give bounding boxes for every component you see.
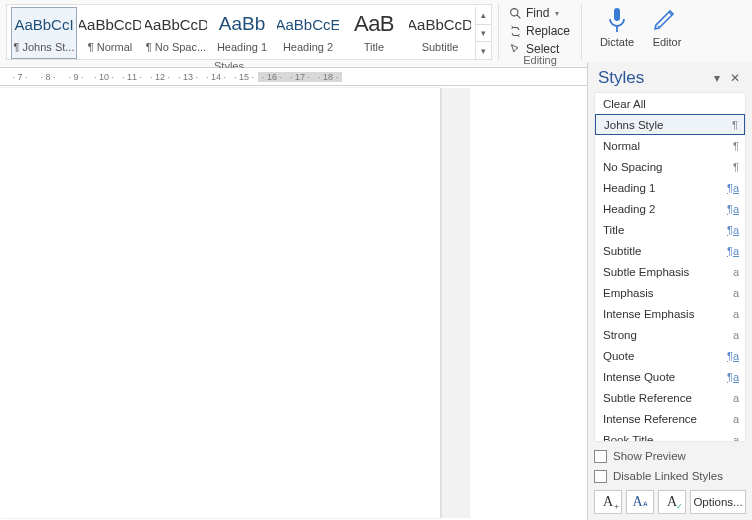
separator — [581, 4, 582, 60]
style-list-item[interactable]: Stronga — [595, 324, 745, 345]
voice-editor-area: Dictate Editor — [592, 2, 692, 48]
editor-button[interactable]: Editor — [642, 2, 692, 48]
styles-list: Clear AllJohns Style¶Normal¶No Spacing¶H… — [594, 92, 746, 442]
style-list-item[interactable]: Heading 1¶a — [595, 177, 745, 198]
style-list-item[interactable]: Emphasisa — [595, 282, 745, 303]
style-preview: AaB — [343, 10, 405, 38]
style-list-item[interactable]: Subtle Referencea — [595, 387, 745, 408]
gallery-scroll: ▴▾▾ — [475, 7, 491, 59]
style-list-item[interactable]: No Spacing¶ — [595, 156, 745, 177]
style-item-mark: ¶a — [723, 224, 739, 236]
gallery-expand-button[interactable]: ▾ — [476, 42, 491, 59]
style-list-item[interactable]: Intense Quote¶a — [595, 366, 745, 387]
pane-title: Styles — [598, 68, 708, 88]
ruler-tick: · 8 · — [34, 72, 62, 82]
style-item-name: No Spacing — [603, 161, 723, 173]
style-list-item[interactable]: Subtitle¶a — [595, 240, 745, 261]
style-item-name: Normal — [603, 140, 723, 152]
style-item-mark: ¶a — [723, 350, 739, 362]
close-icon[interactable]: ✕ — [726, 71, 744, 85]
ruler-tick: · 13 · — [174, 72, 202, 82]
style-list-item[interactable]: Johns Style¶ — [595, 114, 745, 135]
style-gallery-item[interactable]: AaBbHeading 1 — [209, 7, 275, 59]
svg-line-1 — [517, 15, 520, 18]
style-gallery-item[interactable]: AaBbCcD¶ Normal — [77, 7, 143, 59]
style-name: Subtitle — [409, 38, 471, 56]
style-list-item[interactable]: Intense Emphasisa — [595, 303, 745, 324]
scroll-up-button[interactable]: ▴ — [476, 7, 491, 25]
style-preview: AaBbCcD — [79, 10, 141, 38]
style-gallery-item[interactable]: AaBbCcEHeading 2 — [275, 7, 341, 59]
style-item-mark: a — [723, 266, 739, 278]
style-list-item[interactable]: Intense Referencea — [595, 408, 745, 429]
style-item-name: Title — [603, 224, 723, 236]
style-gallery-item[interactable]: AaBbCcD¶ No Spac... — [143, 7, 209, 59]
style-item-name: Subtle Emphasis — [603, 266, 723, 278]
style-item-mark: a — [723, 434, 739, 443]
editing-group-label: Editing — [505, 54, 575, 66]
page[interactable] — [0, 88, 440, 518]
style-item-name: Intense Quote — [603, 371, 723, 383]
style-item-name: Johns Style — [604, 119, 722, 131]
find-label: Find — [526, 6, 549, 20]
chevron-down-icon: ▾ — [555, 9, 559, 18]
style-name: ¶ No Spac... — [145, 38, 207, 56]
svg-point-0 — [511, 8, 518, 15]
style-preview: AaBbCcD — [409, 10, 471, 38]
pane-menu-button[interactable]: ▾ — [708, 71, 726, 85]
style-list-item[interactable]: Normal¶ — [595, 135, 745, 156]
style-item-mark: a — [723, 308, 739, 320]
dictate-button[interactable]: Dictate — [592, 2, 642, 48]
style-item-name: Heading 1 — [603, 182, 723, 194]
ruler-tick: · 15 · — [230, 72, 258, 82]
style-preview: AaBbCcI — [13, 10, 75, 38]
ruler-tick: · 7 · — [6, 72, 34, 82]
style-name: Heading 2 — [277, 38, 339, 56]
style-item-mark: a — [723, 392, 739, 404]
style-list-item[interactable]: Heading 2¶a — [595, 198, 745, 219]
checkbox-icon — [594, 450, 607, 463]
show-preview-label: Show Preview — [613, 450, 686, 462]
style-gallery-item[interactable]: AaBbCcI¶ Johns St... — [11, 7, 77, 59]
replace-button[interactable]: Replace — [509, 22, 575, 40]
checkbox-icon — [594, 470, 607, 483]
style-gallery-item[interactable]: AaBTitle — [341, 7, 407, 59]
style-item-mark: ¶ — [722, 119, 738, 131]
ruler-tick: · 11 · — [118, 72, 146, 82]
style-list-item[interactable]: Subtle Emphasisa — [595, 261, 745, 282]
disable-linked-checkbox[interactable]: Disable Linked Styles — [594, 466, 746, 486]
style-item-mark: a — [723, 329, 739, 341]
style-item-name: Book Title — [603, 434, 723, 443]
show-preview-checkbox[interactable]: Show Preview — [594, 446, 746, 466]
editor-icon — [653, 6, 681, 34]
ruler-tick: · 9 · — [62, 72, 90, 82]
style-list-item[interactable]: Title¶a — [595, 219, 745, 240]
disable-linked-label: Disable Linked Styles — [613, 470, 723, 482]
scroll-down-button[interactable]: ▾ — [476, 25, 491, 43]
find-button[interactable]: Find ▾ — [509, 4, 575, 22]
style-item-mark: ¶ — [723, 140, 739, 152]
style-list-item[interactable]: Book Titlea — [595, 429, 745, 442]
style-inspector-button[interactable]: Aᴀ — [626, 490, 654, 514]
style-item-name: Subtitle — [603, 245, 723, 257]
style-preview: AaBbCcE — [277, 10, 339, 38]
style-item-mark: a — [723, 413, 739, 425]
dictate-icon — [603, 6, 631, 34]
style-item-mark: ¶a — [723, 245, 739, 257]
footer-buttons: A+ Aᴀ A✓ Options... — [594, 490, 746, 514]
new-style-button[interactable]: A+ — [594, 490, 622, 514]
document-area — [0, 88, 470, 518]
style-name: ¶ Johns St... — [13, 38, 75, 56]
style-item-mark: ¶a — [723, 371, 739, 383]
style-item-name: Strong — [603, 329, 723, 341]
style-preview: AaBb — [211, 10, 273, 38]
style-item-mark: ¶ — [723, 161, 739, 173]
options-button[interactable]: Options... — [690, 490, 746, 514]
style-list-item[interactable]: Clear All — [595, 93, 745, 114]
style-item-name: Emphasis — [603, 287, 723, 299]
style-preview: AaBbCcD — [145, 10, 207, 38]
manage-styles-button[interactable]: A✓ — [658, 490, 686, 514]
style-gallery-item[interactable]: AaBbCcDSubtitle — [407, 7, 473, 59]
style-list-item[interactable]: Quote¶a — [595, 345, 745, 366]
svg-rect-2 — [614, 8, 620, 21]
